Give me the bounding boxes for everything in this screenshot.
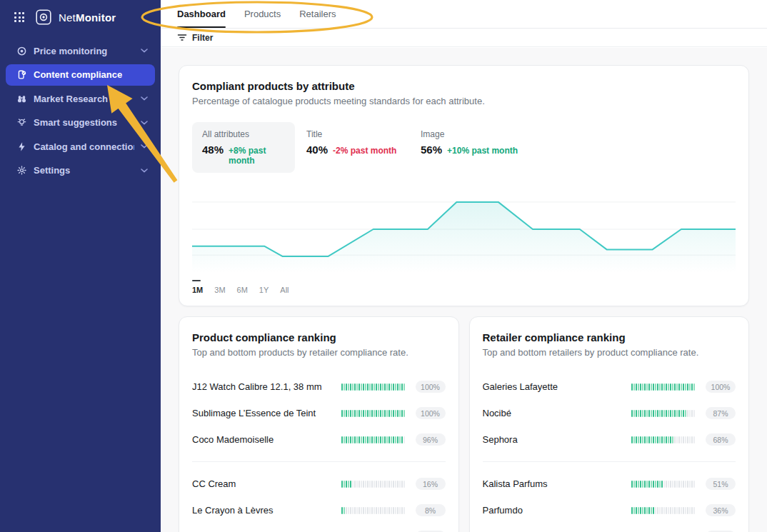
tab-dashboard[interactable]: Dashboard: [177, 0, 226, 28]
tick: [401, 383, 403, 391]
range-label: 1M: [192, 286, 203, 294]
retailer-name: Kalista Parfums: [483, 478, 622, 489]
tick: [386, 481, 388, 488]
sidebar-item-price-monitoring[interactable]: Price monitoring: [6, 40, 155, 61]
tick: [365, 507, 366, 514]
tick: [657, 410, 658, 417]
range-label: 1Y: [259, 286, 269, 294]
sidebar-item-content-compliance[interactable]: Content compliance: [6, 64, 155, 86]
tab-products[interactable]: Products: [244, 0, 281, 28]
tick: [642, 383, 643, 391]
product-row-coco-mademoiselle-gift-sets: Coco Mademoiselle Gift Sets0%: [192, 523, 446, 532]
range-3m[interactable]: 3M: [214, 280, 225, 294]
product-name: Coco Mademoiselle: [192, 434, 331, 445]
tick: [693, 383, 695, 391]
tick: [648, 410, 650, 417]
tick: [672, 507, 673, 514]
tick: [395, 507, 396, 514]
tick: [636, 410, 637, 417]
active-range-marker: [259, 280, 268, 281]
tick: [663, 481, 665, 488]
stat-all-attributes[interactable]: All attributes48%+8% past month: [192, 122, 295, 173]
tick: [397, 507, 398, 514]
stat-image[interactable]: Image56%+10% past month: [421, 122, 523, 173]
compliance-percent-badge: 68%: [706, 433, 736, 446]
tick: [380, 481, 381, 488]
tick: [359, 481, 360, 488]
sidebar-item-label: Settings: [34, 165, 134, 176]
tick: [644, 507, 646, 514]
apps-grid-icon[interactable]: [14, 12, 24, 22]
tick: [388, 481, 390, 488]
tick: [670, 410, 671, 417]
tick: [653, 481, 654, 488]
tick: [685, 436, 686, 443]
tick: [399, 436, 401, 443]
sidebar-item-smart-suggestions[interactable]: Smart suggestions: [6, 112, 155, 134]
filter-icon: [177, 33, 187, 42]
tick: [386, 507, 388, 514]
tick: [661, 481, 663, 488]
tick: [393, 383, 394, 391]
tick: [666, 481, 667, 488]
filter-button[interactable]: Filter: [177, 33, 213, 43]
tick: [653, 383, 654, 391]
tick: [399, 383, 401, 391]
tick: [687, 383, 688, 391]
range-6m[interactable]: 6M: [237, 280, 248, 294]
tick: [651, 410, 652, 417]
tick: [683, 507, 684, 514]
tick: [363, 410, 364, 417]
tick: [380, 383, 381, 391]
tick: [384, 436, 386, 443]
tick: [674, 436, 676, 443]
sidebar-item-settings[interactable]: Settings: [6, 160, 155, 181]
tick: [678, 410, 680, 417]
product-name: Sublimage L’Essence de Teint: [192, 408, 331, 418]
tick: [666, 410, 667, 417]
compliance-percent-badge: 51%: [706, 478, 736, 490]
tick: [388, 383, 390, 391]
tick: [670, 383, 671, 391]
tick: [691, 507, 693, 514]
tick: [657, 436, 658, 443]
tick: [681, 436, 682, 443]
product-ranking-top-list: J12 Watch Calibre 12.1, 38 mm100%Sublima…: [192, 373, 446, 453]
tick: [348, 507, 349, 514]
tick: [380, 436, 381, 443]
tick: [648, 507, 650, 514]
sidebar-item-catalog-and-connections[interactable]: Catalog and connections: [6, 136, 155, 157]
range-1y[interactable]: 1Y: [259, 280, 269, 294]
retailer-row-galeries-lafayette: Galeries Lafayette100%: [483, 373, 736, 400]
sidebar-item-market-research[interactable]: Market Research: [6, 88, 155, 109]
tick: [391, 507, 392, 514]
filter-bar: Filter: [161, 29, 767, 47]
stat-title[interactable]: Title40%-2% past month: [306, 122, 409, 173]
tick: [693, 410, 695, 417]
tick: [640, 507, 641, 514]
tick: [403, 507, 405, 514]
tick: [689, 410, 691, 417]
tab-retailers[interactable]: Retailers: [299, 0, 336, 28]
tick: [685, 383, 686, 391]
tick: [659, 383, 661, 391]
tick: [674, 410, 676, 417]
tick: [371, 507, 373, 514]
tick: [631, 507, 633, 514]
tick: [393, 507, 394, 514]
tick: [403, 383, 405, 391]
compliance-tick-bar: [341, 383, 406, 391]
tick: [341, 507, 343, 514]
tick: [354, 410, 356, 417]
compliance-percent-badge: 8%: [416, 504, 446, 516]
tick: [663, 436, 665, 443]
tick: [638, 410, 639, 417]
header-tabs: DashboardProductsRetailers: [161, 0, 767, 29]
tick: [356, 436, 358, 443]
range-all[interactable]: All: [280, 280, 289, 294]
tick: [367, 383, 369, 391]
tick: [681, 507, 682, 514]
range-1m[interactable]: 1M: [192, 280, 203, 294]
tick: [689, 507, 691, 514]
product-row-le-crayon-l-vres: Le Crayon à Lèvres8%: [192, 497, 446, 523]
